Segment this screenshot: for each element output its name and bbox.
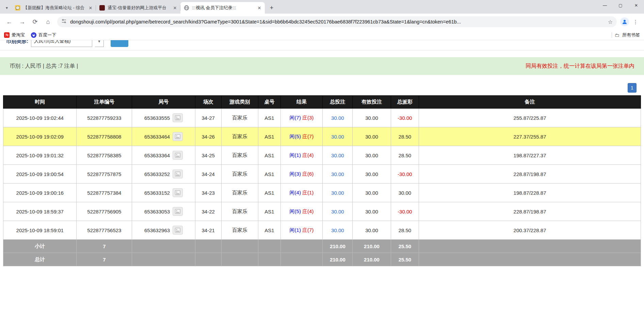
back-icon[interactable]: ← <box>3 16 15 28</box>
round-number: 653633555 <box>144 115 170 121</box>
table-row: 2025-10-09 19:00:54 522877757875 6536332… <box>3 165 641 184</box>
subtotal-count: 7 <box>77 240 132 253</box>
cell-total-bet[interactable]: 30.00 <box>323 184 353 202</box>
cell-total-bet[interactable]: 30.00 <box>323 127 353 146</box>
cell-time: 2025-10-09 18:59:01 <box>3 221 77 240</box>
tab-close-icon[interactable]: ✕ <box>257 5 262 11</box>
table-row: 2025-10-09 19:01:32 522877758385 6536333… <box>3 146 641 165</box>
total-label: 总计 <box>3 253 77 266</box>
cell-payout: 28.50 <box>391 127 419 146</box>
cell-total-bet[interactable]: 30.00 <box>323 221 353 240</box>
tab-close-icon[interactable]: ✕ <box>172 5 178 11</box>
window-maximize-button[interactable]: ▢ <box>613 0 628 11</box>
all-bookmarks[interactable]: 🗀 所有书签 <box>612 32 640 38</box>
round-result-image-icon[interactable] <box>173 151 183 160</box>
result-banker: 庄(6) <box>302 171 313 177</box>
currency-type-select[interactable]: 人民币(出入金额) <box>31 40 92 47</box>
column-header: 结果 <box>280 96 323 109</box>
result-banker: 庄(3) <box>302 115 313 121</box>
result-player: 闲(1) <box>290 152 301 158</box>
cell-table-number: AS1 <box>258 109 281 127</box>
cell-total-bet[interactable]: 30.00 <box>323 146 353 165</box>
column-header: 总投注 <box>323 96 353 109</box>
tab-search-chevron-icon[interactable]: ▾ <box>2 2 12 14</box>
cell-valid-bet: 30.00 <box>353 184 391 202</box>
url-text[interactable]: dongshouji.com/ipl/portal.php/game/betre… <box>70 19 605 25</box>
folder-icon: 🗀 <box>615 32 619 38</box>
globe-icon <box>184 5 189 11</box>
cell-payout: -30.00 <box>391 202 419 221</box>
cell-session: 34-25 <box>195 146 221 165</box>
round-result-image-icon[interactable] <box>173 207 183 216</box>
cell-total-bet[interactable]: 30.00 <box>323 109 353 127</box>
cell-game-type: 百家乐 <box>221 109 258 127</box>
table-row: 2025-10-09 19:02:09 522877758808 6536334… <box>3 127 641 146</box>
site-info-icon[interactable] <box>61 18 67 25</box>
round-result-image-icon[interactable] <box>173 132 183 141</box>
window-controls: — ▢ ✕ <box>597 0 644 11</box>
cell-session: 34-27 <box>195 109 221 127</box>
cell-session: 34-26 <box>195 127 221 146</box>
bookmark-star-icon[interactable]: ☆ <box>608 19 613 25</box>
bookmark-taobao[interactable]: 淘 爱淘宝 <box>4 32 25 38</box>
cell-result: 闲(7) 庄(3) <box>280 109 323 127</box>
baidu-icon <box>31 32 36 38</box>
page-content: 币别类形: 人民币(出入金额) ▼ 币别 : 人民币 | 总共 :7 注单 | … <box>0 40 644 335</box>
cell-remark: 200.37/228.87 <box>419 221 641 240</box>
cell-result: 闲(4) 庄(1) <box>280 184 323 202</box>
address-bar[interactable]: dongshouji.com/ipl/portal.php/game/betre… <box>57 16 617 27</box>
bookmark-baidu[interactable]: 百度一下 <box>31 32 56 38</box>
summary-bar: 币别 : 人民币 | 总共 :7 注单 | 同局有效投注，统一计算在该局第一张注… <box>0 57 644 75</box>
cell-remark: 228.87/198.87 <box>419 165 641 184</box>
column-header: 注单编号 <box>77 96 132 109</box>
cell-valid-bet: 30.00 <box>353 221 391 240</box>
subtotal-label: 小计 <box>3 240 77 253</box>
browser-tab-2[interactable]: 通宝-信誉最好的网上游戏平台 ✕ <box>96 2 180 14</box>
cell-result: 闲(5) 庄(7) <box>280 127 323 146</box>
round-result-image-icon[interactable] <box>173 226 183 235</box>
browser-menu-icon[interactable]: ⋮ <box>630 16 641 28</box>
result-player: 闲(1) <box>290 227 301 233</box>
bookmarks-bar: 淘 爱淘宝 百度一下 🗀 所有书签 <box>0 30 644 40</box>
browser-tab-1[interactable]: 💬 【新提醒】海燕策略论坛 - 综合 ✕ <box>12 2 96 14</box>
tab-title: 【新提醒】海燕策略论坛 - 综合 <box>23 5 85 11</box>
cell-bet-id: 522877759233 <box>77 109 132 127</box>
cell-session: 34-23 <box>195 184 221 202</box>
cell-round: 653633053 <box>132 202 195 221</box>
browser-tab-active[interactable]: :::视讯 会员下注纪录::: ✕ <box>180 2 265 14</box>
subtotal-valid-bet: 210.00 <box>353 240 391 253</box>
cell-result: 闲(1) 庄(7) <box>280 221 323 240</box>
search-button[interactable] <box>111 40 128 47</box>
cell-total-bet[interactable]: 30.00 <box>323 202 353 221</box>
cell-time: 2025-10-09 19:00:54 <box>3 165 77 184</box>
tab-close-icon[interactable]: ✕ <box>88 5 93 11</box>
window-minimize-button[interactable]: — <box>597 0 613 11</box>
window-close-button[interactable]: ✕ <box>628 0 644 11</box>
bookmark-label: 爱淘宝 <box>12 32 25 38</box>
round-result-image-icon[interactable] <box>173 170 183 178</box>
cell-game-type: 百家乐 <box>221 202 258 221</box>
forward-icon[interactable]: → <box>16 16 28 28</box>
page-1-button[interactable]: 1 <box>628 83 637 93</box>
tab2-favicon-icon <box>99 5 105 11</box>
cell-round: 653633464 <box>132 127 195 146</box>
bookmark-label: 百度一下 <box>38 32 56 38</box>
tab1-favicon-icon: 💬 <box>15 5 20 11</box>
cell-result: 闲(5) 庄(4) <box>280 202 323 221</box>
reload-icon[interactable]: ⟳ <box>29 16 41 28</box>
home-icon[interactable]: ⌂ <box>42 16 54 28</box>
cell-table-number: AS1 <box>258 202 281 221</box>
profile-avatar[interactable] <box>620 17 629 26</box>
result-banker: 庄(7) <box>302 133 313 139</box>
cell-total-bet[interactable]: 30.00 <box>323 165 353 184</box>
round-number: 653632963 <box>144 227 170 233</box>
table-row: 2025-10-09 19:02:44 522877759233 6536335… <box>3 109 641 127</box>
all-bookmarks-label: 所有书签 <box>622 32 640 38</box>
round-result-image-icon[interactable] <box>173 188 183 197</box>
cell-table-number: AS1 <box>258 127 281 146</box>
total-total-bet: 210.00 <box>323 253 353 266</box>
select-caret-icon[interactable]: ▼ <box>95 40 104 47</box>
round-result-image-icon[interactable] <box>173 113 183 122</box>
cell-payout: 30.00 <box>391 184 419 202</box>
new-tab-button[interactable]: + <box>267 3 276 13</box>
